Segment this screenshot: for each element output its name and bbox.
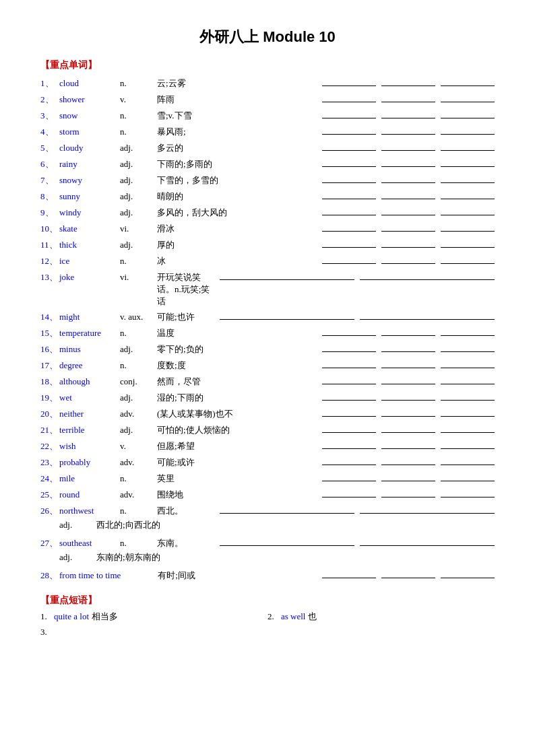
word-eng: joke — [59, 272, 120, 283]
word-pos: n. — [120, 473, 157, 484]
word-def: 度数;度 — [157, 359, 317, 372]
blank-line — [381, 172, 435, 183]
word-eng: rainy — [59, 159, 120, 170]
word-eng: northwest — [59, 506, 120, 516]
blank-line — [322, 390, 376, 401]
word-num: 18、 — [40, 376, 59, 388]
phrase-item: 3. — [40, 627, 495, 642]
word-num: 17、 — [40, 359, 59, 372]
word-pos: adj. — [120, 191, 157, 202]
phrase-eng: quite a lot — [54, 611, 89, 622]
word-num: 15、 — [40, 327, 59, 339]
word-def: 下雨的;多雨的 — [157, 158, 317, 170]
word-item: 10、 skate vi. 滑冰 — [40, 221, 495, 236]
word-def: 可能;或许 — [157, 456, 317, 469]
blank-line — [381, 487, 435, 497]
word-def: 多风的，刮大风的 — [157, 207, 317, 219]
word-eng: minus — [59, 344, 120, 355]
word-pos: adj. — [59, 520, 96, 530]
blank-line — [381, 568, 435, 578]
blank-line — [441, 325, 495, 336]
word-pos: adj. — [120, 175, 157, 186]
blank-line — [322, 438, 376, 449]
blank-line — [441, 454, 495, 465]
word-num: 1、 — [40, 77, 59, 90]
word-item: 11、 thick adj. 厚的 — [40, 237, 495, 252]
blank-line — [220, 535, 354, 546]
word-item: 3、 snow n. 雪;v.下雪 — [40, 108, 495, 123]
blank-line — [381, 221, 435, 232]
word-eng: might — [59, 312, 120, 322]
word-pos: adj. — [59, 552, 96, 563]
word-item: 19、 wet adj. 湿的;下雨的 — [40, 390, 495, 405]
word-eng: round — [59, 489, 120, 500]
blank-line — [322, 325, 376, 336]
blank-line — [381, 108, 435, 118]
word-pos: n. — [120, 328, 157, 339]
word-eng: cloud — [59, 78, 120, 89]
word-pos: n. — [120, 256, 157, 267]
word-pos: v. — [120, 94, 157, 105]
word-def: 暴风雨; — [157, 126, 317, 138]
blank-line — [360, 269, 495, 280]
blank-line — [360, 309, 495, 320]
word-item: 2、 shower v. 阵雨 — [40, 92, 495, 106]
blank-line — [381, 92, 435, 102]
blank-line — [441, 108, 495, 118]
blank-line — [322, 205, 376, 215]
word-num: 21、 — [40, 424, 59, 436]
blank-line — [381, 156, 435, 167]
word-pos: n. — [120, 78, 157, 89]
word-eng: although — [59, 376, 120, 387]
word-num: 22、 — [40, 440, 59, 452]
word-eng: snow — [59, 110, 120, 121]
word-num: 25、 — [40, 489, 59, 501]
word-def: 阵雨 — [157, 94, 317, 106]
word-eng: from time to time — [59, 570, 121, 581]
word-def: 厚的 — [157, 239, 317, 251]
word-num: 27、 — [40, 537, 59, 549]
word-pos: adj. — [120, 344, 157, 355]
word-def: 西北的;向西北的 — [96, 519, 495, 531]
word-list: 1、 cloud n. 云;云雾 2、 shower v. 阵雨 3、 snow… — [40, 75, 495, 582]
word-num: 13、 — [40, 271, 59, 283]
word-eng: terrible — [59, 425, 120, 436]
blank-line — [322, 221, 376, 232]
word-eng: windy — [59, 207, 120, 218]
word-num: 28、 — [40, 570, 59, 582]
blank-line — [441, 438, 495, 449]
word-num: 19、 — [40, 392, 59, 404]
word-def: 下雪的，多雪的 — [157, 174, 317, 186]
blank-line — [322, 124, 376, 135]
word-eng: ice — [59, 256, 120, 267]
blank-line — [381, 422, 435, 433]
word-pos: n. — [120, 360, 157, 371]
word-pos: vi. — [120, 272, 157, 283]
blank-line — [381, 205, 435, 215]
blank-line — [322, 92, 376, 102]
blank-line — [381, 438, 435, 449]
page-title: 外研八上 Module 10 — [40, 27, 495, 47]
blank-line — [441, 188, 495, 199]
word-pos: adv. — [120, 409, 157, 419]
word-eng: mile — [59, 473, 120, 484]
word-item: 27、 southeast n. 东南。 — [40, 535, 495, 550]
word-def: 零下的;负的 — [157, 343, 317, 355]
word-pos: vi. — [120, 224, 157, 234]
phrase-section: 【重点短语】 1. quite a lot 相当多 2. as well 也 3… — [40, 594, 495, 642]
word-item: 18、 although conj. 然而，尽管 — [40, 374, 495, 388]
word-num: 11、 — [40, 239, 59, 251]
word-def: 云;云雾 — [157, 77, 317, 90]
phrase-num2: 2. — [268, 611, 281, 622]
blank-line — [381, 374, 435, 384]
word-def: 湿的;下雨的 — [157, 392, 317, 404]
blank-line — [441, 357, 495, 368]
phrase-num: 3. — [40, 627, 54, 638]
word-def: 东南的;朝东南的 — [96, 551, 495, 563]
word-pos: conj. — [120, 376, 157, 387]
blank-line — [220, 269, 354, 280]
blank-line — [322, 156, 376, 167]
word-item: 25、 round adv. 围绕地 — [40, 487, 495, 502]
word-item: 13、 joke vi. 开玩笑说笑话。n.玩笑;笑话 — [40, 269, 495, 308]
blank-line — [322, 422, 376, 433]
